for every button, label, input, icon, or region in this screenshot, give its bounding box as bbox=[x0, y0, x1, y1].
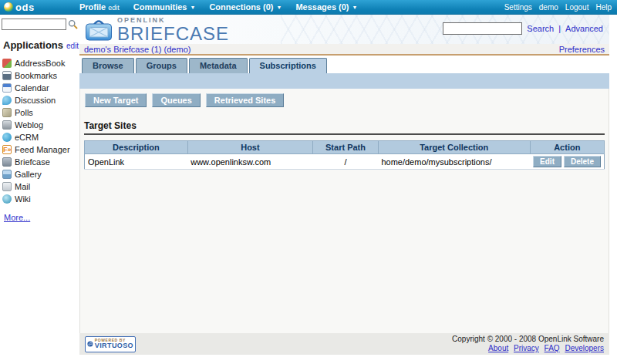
privacy-link[interactable]: Privacy bbox=[514, 344, 539, 352]
cell-description: OpenLink bbox=[85, 154, 188, 170]
target-sites-table: Description Host Start Path Target Colle… bbox=[84, 140, 605, 170]
new-target-button[interactable]: New Target bbox=[85, 93, 147, 107]
more-link[interactable]: More... bbox=[4, 213, 30, 222]
edit-button[interactable]: Edit bbox=[533, 156, 561, 167]
top-right-links: Settings demo Logout Help bbox=[504, 3, 617, 12]
table-header-row: Description Host Start Path Target Colle… bbox=[85, 141, 605, 154]
table-row: OpenLink www.openlinksw.com / home/demo/… bbox=[85, 154, 605, 170]
about-link[interactable]: About bbox=[488, 344, 508, 352]
briefcase-logo-icon bbox=[85, 19, 113, 42]
calendar-icon bbox=[2, 83, 12, 93]
addressbook-icon bbox=[2, 59, 12, 68]
ecrm-icon bbox=[2, 133, 12, 142]
column-target-collection: Target Collection bbox=[378, 141, 530, 154]
active-tab-strip bbox=[79, 73, 609, 89]
search-icon[interactable] bbox=[68, 19, 78, 29]
banner-search-input[interactable] bbox=[443, 22, 522, 35]
ods-globe-icon bbox=[4, 2, 13, 12]
briefcase-info-bar: demo's Briefcase (1) (demo) Preferences bbox=[79, 44, 609, 56]
search-links-separator: | bbox=[558, 24, 561, 33]
page-footer: POWERED BY VIRTUOSO Copyright © 2000 - 2… bbox=[79, 333, 609, 355]
applications-list: AddressBook Bookmarks Calendar Discussio… bbox=[2, 57, 79, 204]
sidebar-item-bookmarks[interactable]: Bookmarks bbox=[2, 69, 79, 81]
sidebar-item-addressbook[interactable]: AddressBook bbox=[2, 57, 79, 69]
wiki-icon bbox=[2, 194, 12, 204]
weblog-icon bbox=[2, 120, 12, 130]
sidebar-item-discussion[interactable]: Discussion bbox=[2, 94, 79, 106]
briefcase-banner: OPENLINK BRIEFCASE Search | Advanced bbox=[79, 15, 609, 44]
main-area: OPENLINK BRIEFCASE Search | Advanced dem… bbox=[79, 15, 609, 355]
tab-subscriptions[interactable]: Subscriptions bbox=[249, 58, 327, 73]
preferences-link[interactable]: Preferences bbox=[559, 45, 605, 54]
applications-edit-link[interactable]: edit bbox=[66, 42, 79, 50]
sidebar-item-weblog[interactable]: Weblog bbox=[2, 119, 79, 130]
sidebar-item-feed-manager[interactable]: Feed Manager bbox=[2, 143, 79, 155]
briefcase-icon bbox=[2, 157, 12, 167]
subscriptions-content: New Target Queues Retrieved Sites Target… bbox=[79, 89, 609, 333]
target-sites-heading: Target Sites bbox=[84, 120, 605, 131]
copyright-text: Copyright © 2000 - 2008 OpenLink Softwar… bbox=[452, 335, 604, 344]
tab-browse[interactable]: Browse bbox=[82, 58, 134, 73]
search-link[interactable]: Search bbox=[527, 24, 554, 33]
powered-by-virtuoso-badge[interactable]: POWERED BY VIRTUOSO bbox=[85, 336, 136, 352]
advanced-search-link[interactable]: Advanced bbox=[565, 24, 603, 33]
menu-profile[interactable]: Profileedit bbox=[79, 2, 120, 12]
top-navigation-bar: ods Profileedit Communities Connections … bbox=[0, 0, 617, 15]
faq-link[interactable]: FAQ bbox=[545, 344, 560, 352]
tab-bar: Browse Groups Metadata Subscriptions bbox=[79, 56, 609, 73]
discussion-icon bbox=[2, 96, 12, 105]
sidebar-item-polls[interactable]: Polls bbox=[2, 106, 79, 118]
mail-icon bbox=[2, 182, 12, 191]
menu-communities[interactable]: Communities bbox=[133, 2, 196, 12]
virtuoso-logo-icon bbox=[87, 339, 93, 349]
feed-manager-icon bbox=[2, 145, 12, 154]
developers-link[interactable]: Developers bbox=[565, 344, 604, 352]
column-description: Description bbox=[85, 141, 188, 154]
column-host: Host bbox=[187, 141, 312, 154]
applications-sidebar: Applicationsedit AddressBook Bookmarks C… bbox=[0, 15, 79, 364]
profile-edit-link[interactable]: edit bbox=[108, 4, 120, 12]
help-link[interactable]: Help bbox=[595, 3, 612, 12]
sidebar-item-calendar[interactable]: Calendar bbox=[2, 82, 79, 93]
sidebar-item-ecrm[interactable]: eCRM bbox=[2, 131, 79, 143]
column-start-path: Start Path bbox=[313, 141, 379, 154]
ods-logo[interactable]: ods bbox=[0, 2, 79, 13]
ods-logo-text: ods bbox=[15, 2, 35, 13]
brand-briefcase-label: BRIEFCASE bbox=[117, 25, 229, 43]
sidebar-item-briefcase[interactable]: Briefcase bbox=[2, 156, 79, 167]
footer-links: About Privacy FAQ Developers bbox=[452, 344, 604, 353]
user-link[interactable]: demo bbox=[539, 3, 558, 12]
menu-messages[interactable]: Messages (0) bbox=[295, 2, 357, 12]
gallery-icon bbox=[2, 170, 12, 179]
logout-link[interactable]: Logout bbox=[565, 3, 589, 12]
cell-actions: Edit Delete bbox=[530, 154, 604, 170]
cell-host: www.openlinksw.com bbox=[187, 154, 312, 170]
cell-start-path: / bbox=[313, 154, 379, 170]
queues-button[interactable]: Queues bbox=[152, 93, 200, 107]
applications-heading: Applicationsedit bbox=[3, 39, 79, 51]
sidebar-item-wiki[interactable]: Wiki bbox=[2, 193, 79, 204]
briefcase-title-link[interactable]: demo's Briefcase (1) (demo) bbox=[84, 45, 190, 54]
tab-metadata[interactable]: Metadata bbox=[189, 58, 248, 73]
cell-target-collection: home/demo/mysubscriptions/ bbox=[378, 154, 530, 170]
polls-icon bbox=[2, 108, 12, 117]
column-action: Action bbox=[530, 141, 604, 154]
sidebar-search-input[interactable] bbox=[2, 19, 66, 30]
settings-link[interactable]: Settings bbox=[504, 3, 532, 12]
menu-connections[interactable]: Connections (0) bbox=[209, 2, 282, 12]
heading-rule bbox=[84, 133, 605, 135]
subscriptions-toolbar: New Target Queues Retrieved Sites bbox=[85, 93, 605, 107]
virtuoso-label: VIRTUOSO bbox=[95, 342, 133, 349]
retrieved-sites-button[interactable]: Retrieved Sites bbox=[206, 93, 284, 107]
sidebar-item-gallery[interactable]: Gallery bbox=[2, 168, 79, 180]
tab-groups[interactable]: Groups bbox=[136, 58, 187, 73]
delete-button[interactable]: Delete bbox=[564, 156, 601, 167]
bookmarks-icon bbox=[2, 71, 12, 80]
sidebar-item-mail[interactable]: Mail bbox=[2, 180, 79, 192]
top-menu: Profileedit Communities Connections (0) … bbox=[79, 2, 357, 12]
